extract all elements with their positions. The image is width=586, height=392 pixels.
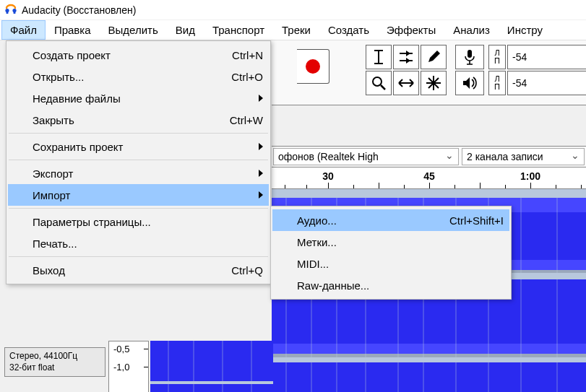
menu-edit[interactable]: Правка	[46, 20, 100, 40]
envelope-icon	[398, 49, 414, 65]
submenu-item-метки-[interactable]: Метки...	[272, 231, 509, 253]
timeshift-icon	[397, 77, 415, 89]
menu-item-импорт[interactable]: Импорт	[8, 184, 269, 206]
track-format-label: Стерео, 44100Гц	[9, 351, 100, 362]
envelope-tool-button[interactable]	[393, 45, 419, 69]
menu-item-label: Экспорт	[33, 167, 250, 180]
timeline-ruler[interactable]: 30 45 1:00	[272, 167, 586, 189]
menu-item-закрыть[interactable]: ЗакрытьCtrl+W	[8, 109, 269, 131]
menu-tools[interactable]: Инстру	[499, 20, 551, 40]
multi-tool-button[interactable]	[421, 71, 447, 95]
rec-meter[interactable]: -54	[507, 45, 586, 69]
submenu-item-label: Raw-данные...	[297, 279, 504, 292]
magnifier-icon	[371, 75, 387, 91]
record-button[interactable]	[297, 49, 329, 84]
menu-item-label: Закрыть	[33, 114, 218, 126]
track-info-panel[interactable]: Стерео, 44100Гц 32-бит float	[4, 347, 105, 377]
ibeam-icon	[372, 49, 385, 65]
play-meter[interactable]: -54	[507, 71, 586, 95]
menu-generate[interactable]: Создать	[319, 20, 378, 40]
import-submenu: Аудио...Ctrl+Shift+IМетки...MIDI...Raw-д…	[270, 206, 512, 300]
rec-level-buttons	[455, 45, 484, 97]
file-dropdown: Создать проектCtrl+NОткрыть...Ctrl+OНеда…	[6, 40, 271, 284]
submenu-item-label: Аудио...	[297, 214, 438, 227]
record-icon	[306, 59, 320, 74]
submenu-item-raw-данные-[interactable]: Raw-данные...	[272, 274, 509, 296]
menu-item-создать-проект[interactable]: Создать проектCtrl+N	[8, 44, 269, 66]
recording-device-combo[interactable]: офонов (Realtek High	[273, 148, 459, 165]
multitool-icon	[426, 75, 441, 91]
submenu-item-label: MIDI...	[297, 258, 504, 270]
menu-item-печать-[interactable]: Печать...	[8, 232, 269, 254]
app-icon	[4, 4, 17, 17]
device-bar: офонов (Realtek High 2 канала записи	[272, 146, 586, 167]
menu-file[interactable]: Файл	[1, 20, 46, 40]
submenu-item-midi-[interactable]: MIDI...	[272, 253, 509, 274]
menu-item-открыть-[interactable]: Открыть...Ctrl+O	[8, 66, 269, 87]
menu-item-label: Недавние файлы	[33, 92, 250, 105]
svg-rect-14	[272, 344, 586, 354]
ruler-tick: 30	[306, 170, 350, 182]
amp-tick: -0,5	[113, 344, 129, 354]
menu-bar: Файл Правка Выделить Вид Транспорт Треки…	[0, 20, 586, 40]
menu-item-accel: Ctrl+Q	[220, 264, 263, 276]
menu-select[interactable]: Выделить	[100, 20, 167, 40]
submenu-arrow-icon	[259, 170, 263, 177]
menu-transport[interactable]: Транспорт	[204, 20, 273, 40]
menu-item-параметры-страницы-[interactable]: Параметры страницы...	[8, 211, 269, 232]
submenu-arrow-icon	[259, 143, 263, 150]
menu-item-экспорт[interactable]: Экспорт	[8, 162, 269, 184]
mic-button[interactable]	[455, 45, 484, 69]
speaker-icon	[462, 76, 478, 90]
window-title: Audacity (Восстановлен)	[22, 4, 136, 16]
pencil-icon	[426, 49, 441, 65]
channel-count-combo[interactable]: 2 канала записи	[462, 148, 585, 165]
rec-channel-labels: ЛП	[488, 45, 506, 69]
menu-item-выход[interactable]: ВыходCtrl+Q	[8, 259, 269, 281]
toolbar-area: ЛП -54 ЛП -54	[272, 40, 586, 105]
ruler-tick: 1:00	[509, 170, 552, 182]
speaker-button[interactable]	[455, 71, 484, 95]
draw-tool-button[interactable]	[421, 45, 447, 69]
zoom-tool-button[interactable]	[366, 71, 392, 95]
menu-view[interactable]: Вид	[167, 20, 204, 40]
play-meter-value: -54	[512, 77, 527, 89]
menu-item-label: Импорт	[33, 189, 250, 201]
svg-point-4	[373, 77, 382, 86]
amplitude-scale: -0,5 -1,0	[108, 341, 149, 392]
title-bar: Audacity (Восстановлен)	[0, 0, 586, 20]
menu-analyze[interactable]: Анализ	[444, 20, 499, 40]
menu-item-label: Создать проект	[33, 49, 220, 61]
menu-item-label: Печать...	[33, 238, 263, 250]
ruler-tick: 45	[408, 170, 451, 182]
amp-tick: -1,0	[113, 362, 129, 373]
menu-tracks[interactable]: Треки	[273, 20, 319, 40]
track-bitdepth-label: 32-бит float	[9, 362, 100, 374]
submenu-item-label: Метки...	[297, 236, 504, 248]
svg-rect-2	[7, 10, 9, 14]
microphone-icon	[464, 49, 475, 65]
menu-item-accel: Ctrl+N	[220, 49, 263, 61]
submenu-arrow-icon	[259, 191, 263, 199]
menu-item-сохранить-проект[interactable]: Сохранить проект	[8, 136, 269, 157]
menu-item-label: Параметры страницы...	[33, 216, 263, 228]
submenu-arrow-icon	[259, 95, 263, 102]
channel-count-value: 2 канала записи	[467, 151, 543, 162]
svg-rect-3	[14, 10, 16, 14]
submenu-item-аудио-[interactable]: Аудио...Ctrl+Shift+I	[272, 209, 509, 231]
menu-item-accel: Ctrl+W	[218, 114, 263, 126]
menu-item-accel: Ctrl+O	[220, 71, 263, 83]
rec-meter-value: -54	[512, 51, 527, 63]
waveform-lower[interactable]	[150, 341, 273, 392]
meter-block: ЛП -54 ЛП -54	[488, 45, 586, 95]
menu-effect[interactable]: Эффекты	[378, 20, 444, 40]
menu-item-недавние-файлы[interactable]: Недавние файлы	[8, 87, 269, 109]
selection-tool-button[interactable]	[366, 45, 392, 69]
menu-item-label: Сохранить проект	[33, 141, 250, 153]
timeshift-tool-button[interactable]	[393, 71, 419, 95]
menu-item-label: Выход	[33, 264, 220, 276]
svg-rect-11	[272, 362, 586, 392]
waveform-lower-svg	[150, 341, 273, 392]
svg-rect-5	[467, 50, 472, 58]
play-channel-labels: ЛП	[488, 71, 506, 95]
